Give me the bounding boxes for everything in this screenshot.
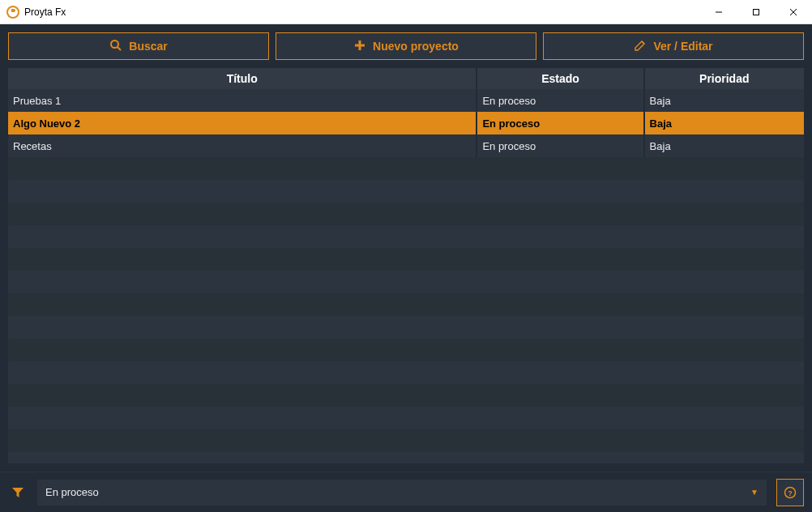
- table-header: Título Estado Prioridad: [8, 68, 804, 89]
- cell-estado: En proceso: [477, 134, 644, 157]
- app-icon: [6, 6, 19, 19]
- search-icon: [109, 39, 122, 54]
- svg-line-6: [118, 47, 121, 50]
- svg-point-5: [111, 41, 118, 48]
- view-edit-button[interactable]: Ver / Editar: [543, 32, 804, 60]
- table-row[interactable]: Algo Nuevo 2En procesoBaja: [8, 112, 804, 134]
- new-project-button[interactable]: Nuevo proyecto: [276, 32, 536, 60]
- cell-titulo: Recetas: [8, 134, 477, 157]
- cell-prioridad: Baja: [645, 134, 804, 157]
- table-body: Pruebas 1En procesoBajaAlgo Nuevo 2En pr…: [8, 89, 804, 463]
- plus-icon: [353, 39, 366, 54]
- cell-prioridad: Baja: [645, 89, 804, 112]
- column-header-prioridad[interactable]: Prioridad: [645, 68, 804, 89]
- chevron-down-icon: ▼: [750, 488, 759, 497]
- window-close-button[interactable]: [775, 0, 812, 24]
- cell-prioridad: Baja: [645, 112, 804, 134]
- pencil-icon: [634, 39, 647, 54]
- view-edit-button-label: Ver / Editar: [653, 40, 712, 53]
- cell-titulo: Algo Nuevo 2: [8, 112, 477, 134]
- search-button[interactable]: Buscar: [8, 32, 269, 60]
- window-titlebar: Proyta Fx: [0, 0, 812, 24]
- column-header-titulo[interactable]: Título: [8, 68, 477, 89]
- cell-estado: En proceso: [477, 112, 644, 134]
- search-button-label: Buscar: [129, 40, 167, 53]
- status-bar: En proceso ▼ ?: [0, 471, 812, 512]
- window-minimize-button[interactable]: [700, 0, 737, 24]
- status-filter-select[interactable]: En proceso ▼: [37, 480, 767, 506]
- window-maximize-button[interactable]: [737, 0, 775, 24]
- cell-titulo: Pruebas 1: [8, 89, 477, 112]
- svg-text:?: ?: [788, 489, 793, 497]
- table-row[interactable]: RecetasEn procesoBaja: [8, 134, 804, 157]
- filter-icon: [8, 483, 28, 502]
- svg-rect-2: [754, 9, 759, 15]
- main-toolbar: Buscar Nuevo proyecto Ver / Editar: [0, 24, 812, 68]
- column-header-estado[interactable]: Estado: [477, 68, 644, 89]
- table-row[interactable]: Pruebas 1En procesoBaja: [8, 89, 804, 112]
- status-filter-value: En proceso: [45, 486, 99, 498]
- svg-line-9: [642, 41, 644, 44]
- window-title: Proyta Fx: [24, 6, 66, 18]
- new-project-button-label: Nuevo proyecto: [373, 40, 459, 53]
- projects-table: Título Estado Prioridad Pruebas 1En proc…: [8, 68, 804, 463]
- cell-estado: En proceso: [477, 89, 644, 112]
- help-button[interactable]: ?: [776, 479, 804, 506]
